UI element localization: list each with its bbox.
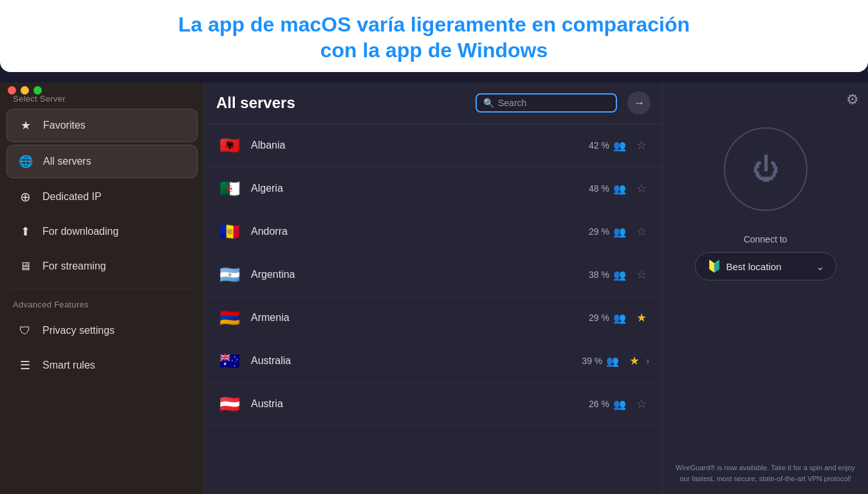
server-load-armenia: 29 % — [589, 313, 609, 323]
app-container: Select Server ★ Favorites 🌐 All servers … — [0, 82, 868, 494]
server-row[interactable]: 🇦🇺 Australia 39 % 👥 ★ › — [205, 340, 662, 383]
search-box[interactable]: 🔍 — [476, 93, 617, 113]
power-ring[interactable]: ⏻ — [724, 127, 808, 211]
sidebar-item-smart-rules[interactable]: ☰ Smart rules — [6, 349, 198, 381]
all-servers-icon: 🌐 — [17, 153, 34, 170]
sidebar-item-privacy-settings-label: Privacy settings — [42, 325, 115, 336]
smart-rules-icon: ☰ — [17, 357, 33, 374]
location-selector-left: 🔰 Best location — [707, 259, 782, 273]
server-row[interactable]: 🇩🇿 Algeria 48 % 👥 ☆ — [205, 167, 662, 210]
server-load-argentina: 38 % — [589, 270, 609, 280]
country-flag-australia: 🇦🇺 — [217, 349, 242, 373]
navigate-button[interactable]: → — [627, 91, 651, 114]
traffic-light-yellow[interactable] — [21, 86, 29, 95]
sidebar: Select Server ★ Favorites 🌐 All servers … — [0, 82, 205, 494]
sidebar-item-for-streaming-label: For streaming — [42, 261, 106, 272]
sidebar-item-dedicated-ip-label: Dedicated IP — [42, 191, 102, 203]
sidebar-divider — [10, 289, 194, 289]
sidebar-item-dedicated-ip[interactable]: ⊕ Dedicated IP — [6, 181, 198, 213]
sidebar-item-smart-rules-label: Smart rules — [42, 360, 95, 371]
connect-label: Connect to — [744, 234, 788, 244]
sidebar-item-privacy-settings[interactable]: 🛡 Privacy settings — [6, 315, 198, 347]
users-icon-albania: 👥 — [613, 140, 626, 152]
traffic-light-red[interactable] — [8, 86, 16, 95]
users-icon-andorra: 👥 — [613, 226, 626, 238]
advanced-features-label: Advanced Features — [0, 295, 204, 313]
country-name-albania: Albania — [251, 140, 589, 151]
country-flag-argentina: 🇦🇷 — [217, 262, 242, 287]
dedicated-ip-icon: ⊕ — [17, 188, 33, 205]
server-row[interactable]: 🇦🇷 Argentina 38 % 👥 ☆ — [205, 253, 662, 297]
country-name-armenia: Armenia — [251, 312, 589, 324]
privacy-settings-icon: 🛡 — [17, 322, 33, 339]
sidebar-item-for-downloading[interactable]: ⬆ For downloading — [6, 215, 198, 248]
expand-arrow-australia[interactable]: › — [646, 356, 649, 366]
users-icon-algeria: 👥 — [613, 183, 626, 195]
sidebar-item-for-downloading-label: For downloading — [42, 226, 118, 237]
sidebar-item-favorites[interactable]: ★ Favorites — [6, 109, 198, 142]
country-name-algeria: Algeria — [251, 183, 589, 194]
power-button-container: ⏻ — [724, 127, 808, 211]
traffic-lights — [8, 82, 42, 95]
banner-text: La app de macOS varía ligeramente en com… — [26, 12, 842, 63]
server-load-albania: 42 % — [589, 140, 609, 151]
country-flag-armenia: 🇦🇲 — [217, 306, 242, 330]
settings-button[interactable]: ⚙ — [846, 91, 859, 108]
server-load-andorra: 29 % — [589, 226, 609, 237]
power-icon: ⏻ — [752, 154, 779, 185]
traffic-light-green[interactable] — [33, 86, 42, 95]
right-panel: ⚙ ⏻ Connect to 🔰 Best location ⌄ WireGua… — [662, 82, 868, 494]
annotation-banner: La app de macOS varía ligeramente en com… — [0, 0, 868, 72]
country-flag-austria: 🇦🇹 — [217, 392, 242, 416]
sidebar-item-all-servers[interactable]: 🌐 All servers — [6, 145, 198, 178]
gear-icon: ⚙ — [846, 91, 859, 107]
for-streaming-icon: 🖥 — [17, 258, 33, 275]
favorite-star-albania[interactable]: ☆ — [636, 138, 647, 152]
chevron-down-icon: ⌄ — [816, 261, 824, 273]
server-row[interactable]: 🇦🇱 Albania 42 % 👥 ☆ — [205, 124, 662, 167]
country-flag-albania: 🇦🇱 — [217, 133, 242, 158]
server-list: 🇦🇱 Albania 42 % 👥 ☆ 🇩🇿 Algeria 48 % 👥 ☆ … — [205, 124, 662, 494]
favorite-star-armenia[interactable]: ★ — [636, 311, 647, 325]
server-load-algeria: 48 % — [589, 183, 609, 194]
for-downloading-icon: ⬆ — [17, 223, 33, 240]
server-load-australia: 39 % — [582, 356, 602, 366]
location-text: Best location — [726, 261, 782, 272]
arrow-right-icon: → — [633, 96, 645, 110]
servers-header: All servers 🔍 → — [205, 82, 662, 124]
country-name-austria: Austria — [251, 398, 589, 410]
users-icon-argentina: 👥 — [613, 269, 626, 281]
location-selector[interactable]: 🔰 Best location ⌄ — [695, 252, 836, 280]
sidebar-item-favorites-label: Favorites — [43, 120, 86, 131]
search-icon: 🔍 — [483, 98, 494, 108]
search-input[interactable] — [498, 98, 607, 108]
favorite-star-andorra[interactable]: ☆ — [636, 224, 647, 239]
location-pin-icon: 🔰 — [707, 259, 721, 273]
users-icon-austria: 👥 — [613, 398, 626, 410]
country-flag-algeria: 🇩🇿 — [217, 176, 242, 201]
users-icon-australia: 👥 — [606, 355, 619, 367]
server-row[interactable]: 🇦🇹 Austria 26 % 👥 ☆ — [205, 383, 662, 426]
favorites-icon: ★ — [17, 117, 34, 134]
wireguard-notice: WireGuard® is now available. Take it for… — [673, 462, 858, 484]
sidebar-item-for-streaming[interactable]: 🖥 For streaming — [6, 250, 198, 282]
server-load-austria: 26 % — [589, 399, 609, 409]
favorite-star-austria[interactable]: ☆ — [636, 397, 647, 411]
country-flag-andorra: 🇦🇩 — [217, 219, 242, 244]
country-name-australia: Australia — [251, 355, 582, 367]
users-icon-armenia: 👥 — [613, 312, 626, 324]
sidebar-item-all-servers-label: All servers — [43, 156, 91, 167]
server-row[interactable]: 🇦🇲 Armenia 29 % 👥 ★ — [205, 297, 662, 340]
server-row[interactable]: 🇦🇩 Andorra 29 % 👥 ☆ — [205, 210, 662, 253]
servers-title: All servers — [216, 94, 465, 112]
favorite-star-australia[interactable]: ★ — [629, 354, 640, 368]
country-name-argentina: Argentina — [251, 269, 589, 280]
favorite-star-algeria[interactable]: ☆ — [636, 181, 647, 196]
servers-panel: All servers 🔍 → 🇦🇱 Albania 42 % 👥 ☆ 🇩🇿 — [205, 82, 662, 494]
favorite-star-argentina[interactable]: ☆ — [636, 268, 647, 282]
country-name-andorra: Andorra — [251, 226, 589, 237]
